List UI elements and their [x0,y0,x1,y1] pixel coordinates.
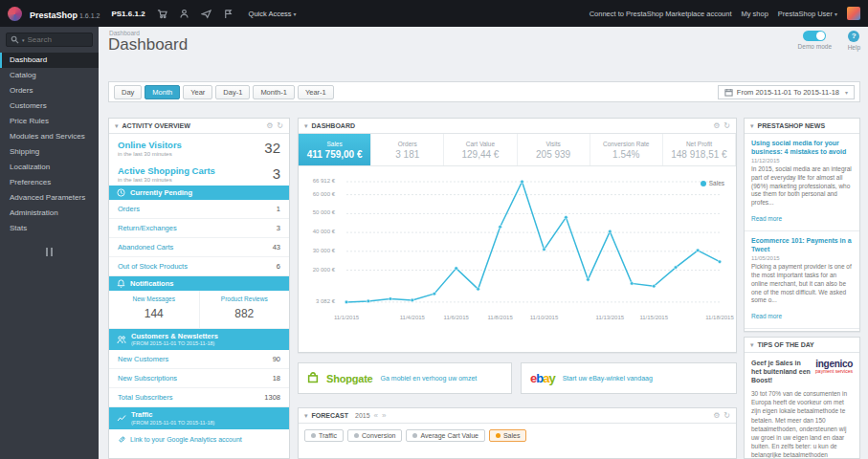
tips-panel-header: ▾ TIPS OF THE DAY [745,338,859,353]
sidebar-item-shipping[interactable]: Shipping [0,144,99,160]
active-carts-label[interactable]: Active Shopping Carts [118,165,280,176]
sidebar-item-customers[interactable]: Customers [0,98,99,114]
pending-returns-row[interactable]: Return/Exchanges 3 [109,219,289,238]
filter-month-1-button[interactable]: Month-1 [253,85,295,99]
read-more-link[interactable]: Read more [751,313,782,319]
filter-month-button[interactable]: Month [145,85,180,99]
activity-overview-panel: ▾ ACTIVITY OVERVIEW ⚙ ↻ Online Visitors … [108,118,290,459]
sidebar-item-preferences[interactable]: Preferences [0,175,99,190]
sales-chart: 66 912 €60 000 €50 000 €40 000 €30 000 €… [299,166,736,353]
sidebar-item-catalog[interactable]: Catalog [0,68,99,83]
sidebar-search[interactable]: ▾ [6,33,93,47]
kpi-conversion-rate[interactable]: Conversion Rate 1.54% [590,134,663,165]
google-analytics-link[interactable]: Link to your Google Analytics account [109,429,289,449]
previous-period-icon[interactable]: « [374,411,378,420]
refresh-icon[interactable]: ↻ [723,411,730,420]
user-avatar[interactable] [847,7,860,20]
user-menu[interactable]: PrestaShop User▾ [778,10,837,18]
total-subscribers-row[interactable]: Total Subscribers 1308 [109,388,289,407]
prestashop-admin-screen: PrestaShop1.6.1.2 PS1.6.1.2 Quick Access… [0,0,868,459]
forecast-year[interactable]: 2015 [355,412,370,419]
ingenico-logo: ingenico payment services [815,359,853,375]
gear-icon[interactable]: ⚙ [713,411,720,420]
find-more-news-link[interactable]: Find more news [745,329,859,332]
marketplace-link[interactable]: Connect to PrestaShop Marketplace accoun… [590,10,732,18]
kpi-visits[interactable]: Visits 205 939 [518,134,590,165]
panel-caret-icon[interactable]: ▾ [750,341,754,349]
sidebar-item-price-rules[interactable]: Price Rules [0,114,99,129]
sidebar-item-orders[interactable]: Orders [0,83,99,98]
customers-icon[interactable] [179,9,189,19]
sidebar-item-dashboard[interactable]: Dashboard [0,53,99,68]
prestashop-logo-icon[interactable] [8,7,22,21]
new-customers-row[interactable]: New Customers 90 [109,350,289,369]
brand[interactable]: PrestaShop1.6.1.2 [30,5,100,22]
filter-day-1-button[interactable]: Day-1 [215,85,250,99]
panel-caret-icon[interactable]: ▾ [304,122,308,130]
new-subscriptions-row[interactable]: New Subscriptions 18 [109,369,289,388]
news-article-excerpt: In 2015, social media are an integral pa… [751,165,853,208]
gear-icon[interactable]: ⚙ [713,121,720,130]
clock-icon [117,188,125,197]
read-more-link[interactable]: Read more [751,215,782,222]
kpi-net-profit[interactable]: Net Profit 148 918,51 € [663,134,736,165]
sidebar-item-administration[interactable]: Administration [0,206,99,221]
gear-icon[interactable]: ⚙ [266,121,273,130]
search-icon [11,35,19,44]
abandoned-carts-row[interactable]: Abandoned Carts 43 [109,238,289,257]
kpi-orders[interactable]: Orders 3 181 [371,134,444,165]
help-icon[interactable]: ? [848,31,859,42]
forecast-toggle-traffic[interactable]: Traffic [304,429,344,442]
paper-plane-icon[interactable] [201,9,211,19]
filter-year-button[interactable]: Year [183,85,212,99]
sidebar-item-localization[interactable]: Localization [0,160,99,175]
next-period-icon[interactable]: » [382,411,386,420]
flag-icon[interactable] [223,9,234,19]
people-icon [117,335,126,344]
sidebar-collapse-button[interactable] [44,248,56,256]
forecast-toggle-sales[interactable]: Sales [489,429,527,442]
date-range-text: From 2015-11-01 To 2015-11-18 [737,88,839,97]
sidebar-item-advanced-parameters[interactable]: Advanced Parameters [0,190,99,206]
out-of-stock-row[interactable]: Out of Stock Products 6 [109,257,289,276]
new-messages[interactable]: New Messages 144 [109,291,199,328]
forecast-toggle-average-cart-value[interactable]: Average Cart Value [406,429,484,442]
kpi-sales[interactable]: Sales 411 759,00 € [299,134,371,165]
cart-icon[interactable] [157,9,167,19]
panel-caret-icon[interactable]: ▾ [750,122,754,130]
panel-caret-icon[interactable]: ▾ [304,412,308,420]
forecast-toggle-conversion[interactable]: Conversion [347,429,402,442]
chevron-down-icon[interactable]: ▾ [22,37,25,43]
kpi-cart-value[interactable]: Cart Value 129,44 € [444,134,517,165]
news-article: Ecommerce 101: Payments in a Tweet 11/05… [745,231,859,329]
shopgate-module[interactable]: Shopgate Ga mobiel en verhoog uw omzet [298,362,512,394]
online-visitors-label[interactable]: Online Visitors [118,140,280,150]
demo-mode-toggle[interactable] [803,31,826,41]
search-input[interactable] [28,35,79,44]
active-carts-sub: in the last 30 minutes [118,177,280,183]
quick-access-menu[interactable]: Quick Access▾ [249,10,297,18]
date-range-picker[interactable]: From 2015-11-01 To 2015-11-18 ▾ [718,85,855,99]
dashboard-panel-title: DASHBOARD [312,122,356,129]
refresh-icon[interactable]: ↻ [277,121,283,130]
news-article-headline[interactable]: Using social media for your business: 4 … [751,139,853,156]
chevron-down-icon: ▾ [845,89,848,96]
news-article-headline[interactable]: Ecommerce 101: Payments in a Tweet [751,236,853,253]
my-shop-link[interactable]: My shop [742,10,768,18]
shop-name[interactable]: PS1.6.1.2 [111,10,145,18]
shopgate-link[interactable]: Ga mobiel en verhoog uw omzet [381,375,478,382]
pending-orders-row[interactable]: Orders 1 [109,200,289,219]
refresh-icon[interactable]: ↻ [723,121,730,130]
series-dot-icon [496,433,501,438]
tips-text: 30 tot 70% van de consumenten in Europa … [751,389,853,459]
filter-day-button[interactable]: Day [114,85,142,99]
ebay-link[interactable]: Start uw eBay-winkel vandaag [563,375,653,382]
ebay-module[interactable]: ebay Start uw eBay-winkel vandaag [521,362,737,394]
panel-caret-icon[interactable]: ▾ [115,122,119,130]
chart-legend[interactable]: Sales [701,180,724,186]
filter-year-1-button[interactable]: Year-1 [298,85,334,99]
sidebar-item-modules[interactable]: Modules and Services [0,129,99,144]
product-reviews[interactable]: Product Reviews 882 [199,291,290,328]
online-visitors-sub: in the last 30 minutes [118,151,280,157]
sidebar-item-stats[interactable]: Stats [0,221,99,236]
